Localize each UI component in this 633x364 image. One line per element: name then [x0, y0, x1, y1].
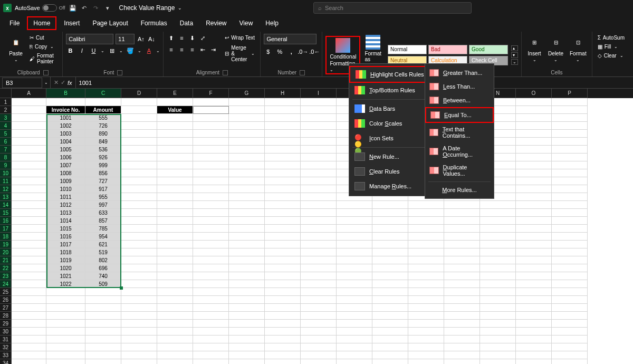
cell-K19[interactable]	[372, 241, 408, 248]
cell-I15[interactable]	[301, 209, 337, 217]
cell-K17[interactable]	[372, 225, 408, 233]
row-header-3[interactable]: 3	[0, 114, 12, 122]
cell-M30[interactable]	[444, 328, 480, 336]
cell-A32[interactable]	[12, 343, 46, 351]
cell-K23[interactable]	[372, 272, 408, 280]
cell-N22[interactable]	[480, 264, 516, 272]
cell-P8[interactable]	[552, 154, 588, 161]
cell-I3[interactable]	[301, 114, 337, 122]
cell-C33[interactable]	[85, 351, 121, 359]
cell-I17[interactable]	[301, 225, 337, 233]
cell-N21[interactable]	[480, 256, 516, 264]
cell-D6[interactable]	[121, 138, 157, 146]
cell-B2[interactable]: Invoice No.	[46, 106, 85, 114]
cell-P29[interactable]	[552, 320, 588, 328]
cell-K30[interactable]	[372, 328, 408, 336]
cell-A19[interactable]	[12, 241, 46, 248]
cell-L30[interactable]	[408, 328, 444, 336]
cell-F13[interactable]	[193, 193, 229, 201]
cell-A33[interactable]	[12, 351, 46, 359]
cell-P34[interactable]	[552, 359, 588, 364]
cell-F12[interactable]	[193, 185, 229, 193]
cell-G25[interactable]	[229, 288, 265, 296]
cell-N17[interactable]	[480, 225, 516, 233]
autosave-toggle[interactable]: AutoSave Off	[15, 4, 65, 12]
cell-P20[interactable]	[552, 248, 588, 256]
cell-H23[interactable]	[265, 272, 301, 280]
cell-E10[interactable]	[157, 169, 193, 177]
cell-P28[interactable]	[552, 312, 588, 320]
cell-G19[interactable]	[229, 241, 265, 248]
cell-F31[interactable]	[193, 336, 229, 343]
cell-N32[interactable]	[480, 343, 516, 351]
cell-N16[interactable]	[480, 217, 516, 225]
cell-E26[interactable]	[157, 296, 193, 304]
cell-G5[interactable]	[229, 130, 265, 138]
cell-I26[interactable]	[301, 296, 337, 304]
cell-G13[interactable]	[229, 193, 265, 201]
cell-I4[interactable]	[301, 122, 337, 130]
cell-E28[interactable]	[157, 312, 193, 320]
align-middle-icon[interactable]: ≡	[177, 34, 186, 42]
cell-H7[interactable]	[265, 146, 301, 154]
cell-F19[interactable]	[193, 241, 229, 248]
cell-J31[interactable]	[337, 336, 372, 343]
cell-L33[interactable]	[408, 351, 444, 359]
cell-M23[interactable]	[444, 272, 480, 280]
cell-I18[interactable]	[301, 233, 337, 241]
menu-text-contains[interactable]: Text that Contains...	[425, 123, 494, 142]
cell-A34[interactable]	[12, 359, 46, 364]
cell-F24[interactable]	[193, 280, 229, 288]
cell-P22[interactable]	[552, 264, 588, 272]
cell-A22[interactable]	[12, 264, 46, 272]
cell-D25[interactable]	[121, 288, 157, 296]
cell-H25[interactable]	[265, 288, 301, 296]
italic-button[interactable]: I	[78, 46, 86, 55]
cell-G27[interactable]	[229, 304, 265, 312]
cell-H3[interactable]	[265, 114, 301, 122]
cell-D29[interactable]	[121, 320, 157, 328]
cell-G7[interactable]	[229, 146, 265, 154]
cell-P21[interactable]	[552, 256, 588, 264]
cell-K21[interactable]	[372, 256, 408, 264]
cell-B9[interactable]: 1007	[46, 161, 85, 169]
cell-E8[interactable]	[157, 154, 193, 161]
cell-E4[interactable]	[157, 122, 193, 130]
cell-F29[interactable]	[193, 320, 229, 328]
cell-G6[interactable]	[229, 138, 265, 146]
cell-N30[interactable]	[480, 328, 516, 336]
cell-O19[interactable]	[516, 241, 552, 248]
cell-F11[interactable]	[193, 177, 229, 185]
cell-C14[interactable]: 997	[85, 201, 121, 209]
cell-O14[interactable]	[516, 201, 552, 209]
cell-N33[interactable]	[480, 351, 516, 359]
document-title[interactable]: Check Value Range	[119, 4, 175, 12]
dialog-launcher-icon[interactable]	[117, 70, 122, 75]
cell-A3[interactable]	[12, 114, 46, 122]
cell-C12[interactable]: 917	[85, 185, 121, 193]
cell-F17[interactable]	[193, 225, 229, 233]
cell-D26[interactable]	[121, 296, 157, 304]
cell-E3[interactable]	[157, 114, 193, 122]
name-box-dropdown-icon[interactable]: ⌄	[42, 80, 50, 85]
cell-P2[interactable]	[552, 106, 588, 114]
cell-B22[interactable]: 1020	[46, 264, 85, 272]
cell-D30[interactable]	[121, 328, 157, 336]
cell-E27[interactable]	[157, 304, 193, 312]
cell-H29[interactable]	[265, 320, 301, 328]
select-all-button[interactable]	[0, 89, 12, 98]
fill-color-button[interactable]: 🪣	[126, 46, 135, 55]
cell-J28[interactable]	[337, 312, 372, 320]
gallery-up-icon[interactable]: ▴	[511, 45, 518, 51]
cell-I20[interactable]	[301, 248, 337, 256]
cell-B15[interactable]: 1013	[46, 209, 85, 217]
cell-A10[interactable]	[12, 169, 46, 177]
cell-J25[interactable]	[337, 288, 372, 296]
cell-O10[interactable]	[516, 169, 552, 177]
row-header-16[interactable]: 16	[0, 217, 12, 225]
cell-D33[interactable]	[121, 351, 157, 359]
style-bad[interactable]: Bad	[428, 45, 467, 54]
cell-H26[interactable]	[265, 296, 301, 304]
cell-B26[interactable]	[46, 296, 85, 304]
menu-date-occurring[interactable]: A Date Occurring...	[425, 142, 494, 161]
